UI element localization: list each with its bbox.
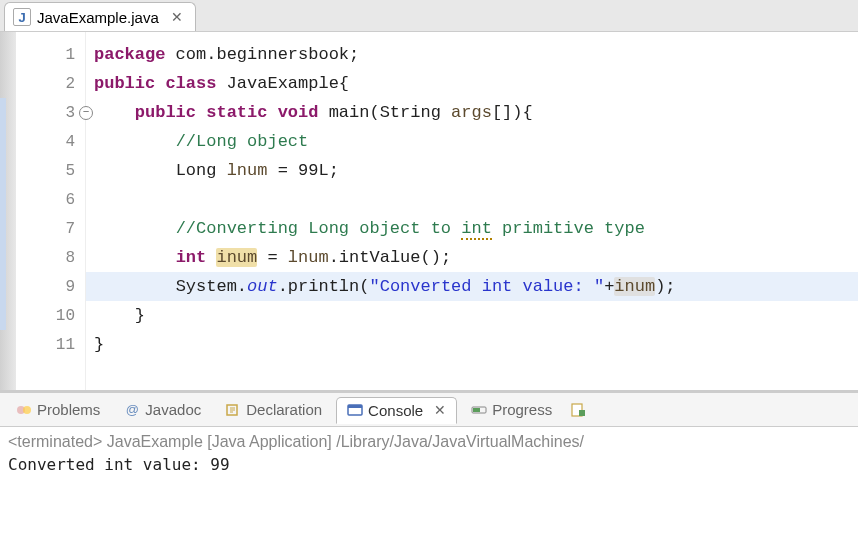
code-token: out (247, 277, 278, 296)
tab-progress-label: Progress (492, 401, 552, 418)
tab-extra[interactable] (566, 398, 590, 422)
console-process-header: <terminated> JavaExample [Java Applicati… (8, 433, 850, 451)
gutter: 123−4567891011 (16, 32, 86, 390)
code-token: //Converting Long object to (176, 219, 462, 238)
code-line[interactable]: //Long object (86, 127, 858, 156)
code-token: main(String (318, 103, 451, 122)
tab-console-close-icon[interactable]: ✕ (434, 402, 446, 418)
code-token: Long (176, 161, 227, 180)
code-token: inum (614, 277, 655, 296)
javadoc-icon: @ (124, 402, 140, 418)
line-number: 6 (16, 185, 85, 214)
editor-tab-active[interactable]: J JavaExample.java ✕ (4, 2, 196, 31)
svg-rect-8 (579, 410, 585, 416)
code-token: public class (94, 74, 216, 93)
code-token: } (135, 306, 145, 325)
code-token (267, 103, 277, 122)
line-number: 7 (16, 214, 85, 243)
code-body[interactable]: package com.beginnersbook;public class J… (86, 32, 858, 390)
code-line[interactable]: int inum = lnum.intValue(); (86, 243, 858, 272)
code-token: = 99L; (267, 161, 338, 180)
bottom-tab-bar: Problems @ Javadoc Declaration Console ✕… (0, 393, 858, 427)
code-token: com.beginnersbook; (165, 45, 359, 64)
code-token: //Long object (176, 132, 309, 151)
problems-icon (16, 402, 32, 418)
code-token: public static (135, 103, 268, 122)
code-token: int (176, 248, 207, 267)
line-number: 4 (16, 127, 85, 156)
svg-point-1 (23, 406, 31, 414)
extra-icon (570, 402, 586, 418)
code-token: ); (655, 277, 675, 296)
code-token: inum (216, 248, 257, 267)
svg-rect-6 (473, 408, 480, 412)
code-line[interactable]: package com.beginnersbook; (86, 40, 858, 69)
code-token: + (604, 277, 614, 296)
console-icon (347, 402, 363, 418)
code-token (206, 248, 216, 267)
line-number: 8 (16, 243, 85, 272)
tab-declaration-label: Declaration (246, 401, 322, 418)
code-line[interactable] (86, 185, 858, 214)
progress-icon (471, 402, 487, 418)
java-file-icon: J (13, 8, 31, 26)
code-token: .println( (278, 277, 370, 296)
code-line[interactable]: //Converting Long object to int primitiv… (86, 214, 858, 243)
line-number: 10 (16, 301, 85, 330)
code-line[interactable]: } (86, 330, 858, 359)
code-token: void (278, 103, 319, 122)
line-number: 11 (16, 330, 85, 359)
editor-tab-bar: J JavaExample.java ✕ (0, 0, 858, 32)
code-line[interactable]: } (86, 301, 858, 330)
code-editor[interactable]: 123−4567891011 package com.beginnersbook… (0, 32, 858, 392)
tab-javadoc[interactable]: @ Javadoc (114, 397, 211, 422)
code-line[interactable]: System.out.println("Converted int value:… (86, 272, 858, 301)
tab-problems-label: Problems (37, 401, 100, 418)
code-line[interactable]: public class JavaExample{ (86, 69, 858, 98)
code-token: } (94, 335, 104, 354)
code-token: []){ (492, 103, 533, 122)
code-line[interactable]: Long lnum = 99L; (86, 156, 858, 185)
code-token: int (461, 219, 492, 240)
console-output-line: Converted int value: 99 (8, 455, 850, 474)
editor-tab-filename: JavaExample.java (37, 9, 159, 26)
close-icon[interactable]: ✕ (171, 9, 183, 25)
code-token: = (257, 248, 288, 267)
svg-rect-4 (348, 405, 362, 408)
line-number: 1 (16, 40, 85, 69)
tab-declaration[interactable]: Declaration (215, 397, 332, 422)
console-content[interactable]: <terminated> JavaExample [Java Applicati… (0, 427, 858, 538)
code-line[interactable]: public static void main(String args[]){ (86, 98, 858, 127)
code-token: JavaExample{ (216, 74, 349, 93)
code-token: lnum (288, 248, 329, 267)
code-token: package (94, 45, 165, 64)
code-token: System. (176, 277, 247, 296)
line-number: 5 (16, 156, 85, 185)
code-token: args (451, 103, 492, 122)
tab-progress[interactable]: Progress (461, 397, 562, 422)
code-token: lnum (227, 161, 268, 180)
declaration-icon (225, 402, 241, 418)
folding-bar (0, 32, 16, 390)
tab-javadoc-label: Javadoc (145, 401, 201, 418)
tab-problems[interactable]: Problems (6, 397, 110, 422)
line-number: 3− (16, 98, 85, 127)
quick-diff-marker (0, 98, 6, 330)
bottom-panel: Problems @ Javadoc Declaration Console ✕… (0, 392, 858, 538)
tab-console[interactable]: Console ✕ (336, 397, 457, 424)
line-number: 9 (16, 272, 85, 301)
tab-console-label: Console (368, 402, 423, 419)
code-token: .intValue(); (329, 248, 451, 267)
line-number: 2 (16, 69, 85, 98)
code-token: primitive type (492, 219, 645, 238)
code-token: "Converted int value: " (369, 277, 604, 296)
